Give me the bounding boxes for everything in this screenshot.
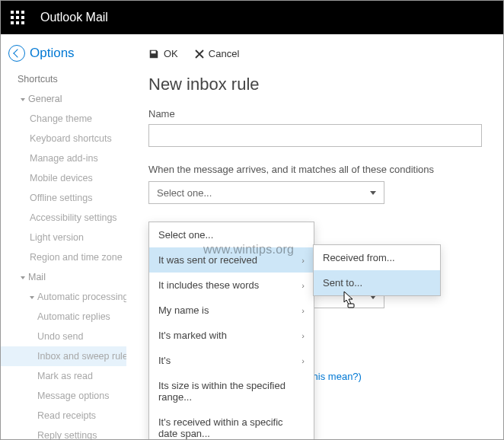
name-label: Name: [148, 108, 482, 120]
submenu-arrow-icon: ›: [301, 281, 305, 290]
svg-rect-5: [21, 16, 24, 19]
dropdown-item[interactable]: It's›: [149, 348, 314, 373]
dropdown-item-label: Its size is within the specified range..…: [158, 380, 305, 403]
dropdown-item-label: It's: [158, 355, 171, 366]
dropdown-item-label: It includes these words: [158, 279, 259, 291]
svg-rect-8: [21, 21, 24, 24]
sidebar-item-label: Reply settings: [37, 430, 97, 440]
dropdown-item-label: It's received within a specific date spa…: [158, 416, 305, 439]
dropdown-item[interactable]: It includes these words›: [149, 273, 314, 298]
sidebar-item[interactable]: Message options: [1, 386, 126, 406]
condition-select[interactable]: Select one...: [148, 181, 384, 204]
app-title: Outlook Mail: [34, 11, 108, 24]
submenu-item[interactable]: Sent to...: [314, 270, 440, 295]
submenu-arrow-icon: ›: [301, 331, 305, 340]
conditions-label: When the message arrives, and it matches…: [148, 164, 482, 175]
sidebar-item[interactable]: Change theme: [1, 109, 126, 129]
sidebar-item[interactable]: Offline settings: [1, 188, 126, 208]
sidebar-item-label: Mail: [28, 272, 46, 282]
svg-rect-6: [11, 21, 14, 24]
options-label: Options: [30, 46, 75, 61]
sidebar-item-label: General: [28, 94, 62, 104]
sidebar-item[interactable]: Manage add-ins: [1, 148, 126, 168]
svg-rect-2: [21, 11, 24, 14]
sidebar-item-label: Region and time zone: [30, 252, 123, 263]
sidebar-item[interactable]: General: [1, 89, 126, 109]
sidebar-item-label: Automatic replies: [37, 311, 110, 322]
sidebar-item-label: Change theme: [30, 113, 92, 124]
svg-rect-1: [16, 11, 19, 14]
sidebar-item-label: Mobile devices: [30, 173, 93, 183]
sidebar-item-label: Accessibility settings: [30, 212, 117, 223]
sidebar-item-label: Message options: [37, 391, 110, 401]
sidebar-item-label: Offline settings: [30, 193, 92, 203]
dropdown-item[interactable]: Its size is within the specified range..…: [149, 373, 314, 410]
dropdown-item-label: It's marked with: [158, 330, 227, 341]
dropdown-item-label: Select one...: [158, 229, 213, 241]
sidebar-item[interactable]: Reply settings: [1, 426, 126, 440]
condition-dropdown: Select one...It was sent or received›It …: [148, 222, 314, 440]
sidebar-item[interactable]: Undo send: [1, 327, 126, 346]
chevron-down-icon: [370, 191, 376, 195]
svg-rect-3: [11, 16, 14, 19]
sidebar-item-label: Undo send: [37, 331, 83, 342]
cancel-button[interactable]: Cancel: [195, 48, 239, 59]
dropdown-item[interactable]: It was sent or received›: [149, 247, 314, 273]
help-link-fragment[interactable]: this mean?): [310, 371, 362, 382]
caret-icon: [21, 98, 25, 101]
sidebar-item[interactable]: Automatic replies: [1, 307, 126, 327]
options-sidebar: Options ShortcutsGeneralChange themeKeyb…: [1, 34, 127, 439]
ok-label: OK: [164, 48, 178, 59]
close-icon: [195, 49, 204, 59]
sidebar-item[interactable]: Mobile devices: [1, 168, 126, 188]
sidebar-item[interactable]: Mail: [1, 267, 126, 287]
ok-button[interactable]: OK: [148, 48, 178, 59]
submenu-arrow-icon: ›: [301, 306, 305, 315]
sidebar-item-label: Shortcuts: [18, 74, 58, 84]
condition-select-value: Select one...: [157, 187, 212, 199]
submenu-arrow-icon: ›: [301, 356, 305, 365]
sidebar-item[interactable]: Accessibility settings: [1, 208, 126, 228]
dropdown-item[interactable]: Select one...: [149, 222, 314, 247]
submenu-arrow-icon: ›: [301, 256, 305, 265]
dropdown-item[interactable]: My name is›: [149, 298, 314, 323]
sidebar-item-label: Read receipts: [37, 410, 96, 421]
sidebar-item-label: Inbox and sweep rules: [37, 351, 126, 362]
sidebar-item[interactable]: Light version: [1, 228, 126, 247]
app-launcher-icon[interactable]: [1, 1, 34, 34]
caret-icon: [30, 296, 34, 299]
sidebar-item[interactable]: Mark as read: [1, 366, 126, 386]
svg-rect-0: [11, 11, 14, 14]
sidebar-item-label: Mark as read: [37, 371, 93, 381]
svg-rect-4: [16, 16, 19, 19]
sidebar-item-label: Manage add-ins: [30, 153, 98, 164]
options-back[interactable]: Options: [1, 45, 126, 62]
condition-submenu: Received from...Sent to...: [313, 244, 441, 296]
caret-icon: [21, 276, 25, 279]
sidebar-item[interactable]: Read receipts: [1, 406, 126, 426]
sidebar-item[interactable]: Region and time zone: [1, 247, 126, 267]
main-panel: OK Cancel New inbox rule Name When the m…: [127, 34, 503, 439]
back-icon: [8, 45, 25, 62]
dropdown-item-label: My name is: [158, 304, 209, 316]
rule-name-input[interactable]: [148, 124, 482, 147]
sidebar-item-label: Automatic processing: [37, 292, 126, 302]
save-icon: [148, 49, 159, 59]
svg-rect-7: [16, 21, 19, 24]
submenu-item[interactable]: Received from...: [314, 245, 440, 270]
sidebar-item-label: Keyboard shortcuts: [30, 133, 112, 144]
sidebar-item[interactable]: Inbox and sweep rules: [1, 346, 126, 366]
cancel-label: Cancel: [209, 48, 239, 59]
sidebar-item-label: Light version: [30, 232, 84, 243]
sidebar-item[interactable]: Automatic processing: [1, 287, 126, 307]
dropdown-item[interactable]: It's received within a specific date spa…: [149, 410, 314, 440]
sidebar-item[interactable]: Keyboard shortcuts: [1, 129, 126, 148]
page-title: New inbox rule: [148, 75, 482, 94]
dropdown-item-label: It was sent or received: [158, 254, 257, 266]
sidebar-item[interactable]: Shortcuts: [1, 69, 126, 89]
dropdown-item[interactable]: It's marked with›: [149, 323, 314, 348]
